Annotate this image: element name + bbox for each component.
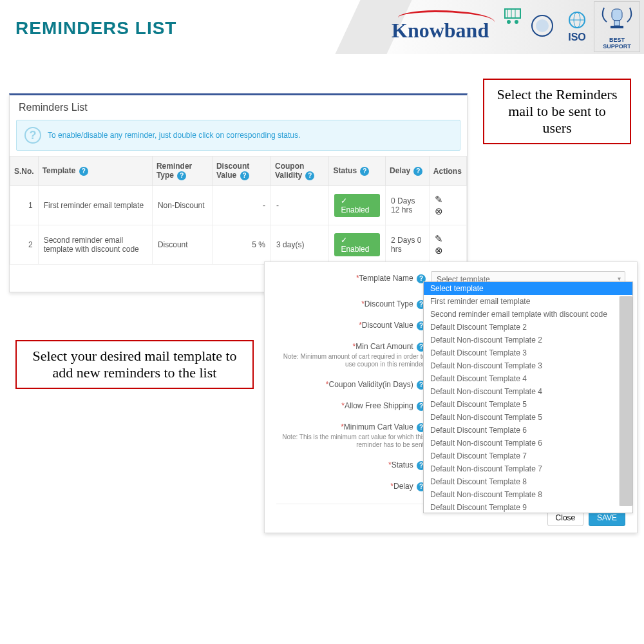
- iso-text-badge: ISO: [564, 11, 590, 43]
- cell-type: Discount: [152, 225, 212, 265]
- label-delay: Delay: [393, 482, 413, 491]
- note-min-cart: Note: Minimum amount of cart required in…: [276, 353, 426, 368]
- svg-point-7: [536, 19, 549, 32]
- dropdown-option[interactable]: Default Discount Template 8: [424, 475, 632, 488]
- dropdown-option[interactable]: Default Discount Template 7: [424, 450, 632, 462]
- label-coupon-validity: Coupon Validity(in Days): [328, 380, 413, 389]
- th-type: Reminder Type ?: [152, 156, 212, 186]
- cart-icon: [501, 5, 527, 26]
- label-status: Status: [392, 460, 413, 469]
- th-coupon: Coupon Validity ?: [271, 156, 329, 186]
- edit-icon[interactable]: ✎: [435, 194, 446, 205]
- dropdown-option[interactable]: Default Non-discount Template 2: [424, 334, 632, 346]
- reminders-table: S.No. Template ? Reminder Type ? Discoun…: [10, 156, 467, 265]
- dropdown-option[interactable]: Second reminder email template with disc…: [424, 308, 632, 321]
- help-icon[interactable]: ?: [177, 171, 186, 180]
- help-icon[interactable]: ?: [240, 171, 249, 180]
- panel-title: Reminders List: [10, 95, 467, 120]
- svg-point-5: [515, 20, 518, 24]
- info-message: ? To enable/disable any reminder, just d…: [16, 120, 460, 151]
- th-discount: Discount Value ?: [212, 156, 270, 186]
- dropdown-option[interactable]: Default Discount Template 3: [424, 346, 632, 359]
- cell-actions: ✎ ⊗: [429, 186, 466, 225]
- cell-coupon: -: [271, 186, 329, 225]
- knowband-logo: Knowband: [392, 8, 520, 46]
- cell-delay: 0 Days 12 hrs: [386, 186, 430, 225]
- cell-template: First reminder email template: [38, 186, 152, 225]
- help-icon[interactable]: ?: [305, 171, 314, 180]
- label-template-name: Template Name: [359, 274, 413, 283]
- cell-status[interactable]: Enabled: [329, 225, 386, 265]
- svg-rect-12: [614, 21, 620, 26]
- cell-delay: 2 Days 0 hrs: [386, 225, 430, 265]
- help-icon[interactable]: ?: [360, 167, 369, 176]
- cell-actions: ✎ ⊗: [429, 225, 466, 265]
- dropdown-option[interactable]: Default Discount Template 2: [424, 321, 632, 334]
- cell-discount: -: [212, 186, 270, 225]
- dropdown-option[interactable]: Default Discount Template 5: [424, 398, 632, 411]
- dropdown-option[interactable]: Default Non-discount Template 3: [424, 359, 632, 372]
- th-template: Template ?: [38, 156, 152, 186]
- info-text: To enable/disable any reminder, just dou…: [48, 131, 300, 140]
- th-delay: Delay ?: [386, 156, 430, 186]
- template-dropdown-list[interactable]: Select templateFirst reminder email temp…: [423, 281, 633, 513]
- dropdown-option[interactable]: Default Non-discount Template 7: [424, 462, 632, 475]
- dropdown-option[interactable]: Default Non-discount Template 4: [424, 385, 632, 398]
- dropdown-option[interactable]: Default Non-discount Template 8: [424, 488, 632, 501]
- edit-icon[interactable]: ✎: [435, 233, 446, 244]
- cell-coupon: 3 day(s): [271, 225, 329, 265]
- cell-discount: 5 %: [212, 225, 270, 265]
- svg-rect-13: [611, 26, 623, 28]
- delete-icon[interactable]: ⊗: [435, 205, 446, 216]
- dropdown-option[interactable]: Default Discount Template 4: [424, 372, 632, 385]
- dropdown-option[interactable]: Default Discount Template 9: [424, 501, 632, 513]
- label-free-shipping: Allow Free Shipping: [345, 401, 413, 410]
- cell-type: Non-Discount: [152, 186, 212, 225]
- delete-icon[interactable]: ⊗: [435, 245, 446, 256]
- svg-point-4: [507, 20, 511, 24]
- trophy-icon: [598, 4, 636, 35]
- help-icon[interactable]: ?: [413, 167, 422, 176]
- dropdown-option[interactable]: Select template: [424, 282, 632, 295]
- cell-sno: 2: [10, 225, 39, 265]
- th-actions: Actions: [429, 156, 466, 186]
- help-icon[interactable]: ?: [79, 167, 88, 176]
- cell-template: Second reminder email template with disc…: [38, 225, 152, 265]
- table-row: 1First reminder email templateNon-Discou…: [10, 186, 467, 225]
- th-sno: S.No.: [10, 156, 39, 186]
- best-support-badge: BEST SUPPORT: [594, 1, 640, 52]
- label-discount-value: Discount Value: [362, 321, 413, 330]
- table-row: 2Second reminder email template with dis…: [10, 225, 467, 265]
- iso-cert-badge-icon: [524, 13, 560, 41]
- callout-bottom: Select your desired mail template to add…: [15, 340, 254, 389]
- header-logos: Knowband ISO BEST SUPPORT: [392, 1, 640, 52]
- page-title: REMINDERS LIST: [15, 18, 176, 39]
- dropdown-option[interactable]: Default Non-discount Template 6: [424, 437, 632, 450]
- cell-sno: 1: [10, 186, 39, 225]
- label-discount-type: Discount Type: [365, 299, 413, 308]
- help-circle-icon: ?: [24, 127, 41, 144]
- svg-rect-11: [612, 9, 622, 21]
- cell-status[interactable]: Enabled: [329, 186, 386, 225]
- callout-top: Select the Reminders mail to be sent to …: [483, 79, 631, 144]
- label-min-cart-value: Minimum Cart Value: [344, 422, 413, 431]
- globe-icon: [564, 11, 590, 29]
- table-header-row: S.No. Template ? Reminder Type ? Discoun…: [10, 156, 467, 186]
- reminder-form-panel: *Template Name ? Select template Select …: [264, 261, 638, 533]
- dropdown-option[interactable]: Default Discount Template 6: [424, 424, 632, 437]
- label-min-cart: Min Cart Amount: [355, 342, 413, 351]
- th-status: Status ?: [329, 156, 386, 186]
- dropdown-option[interactable]: First reminder email template: [424, 295, 632, 308]
- dropdown-option[interactable]: Default Non-discount Template 5: [424, 411, 632, 424]
- note-min-cart-value: Note: This is the minimum cart value for…: [276, 433, 426, 449]
- page-header: REMINDERS LIST Knowband ISO BEST SUPPORT: [0, 0, 644, 54]
